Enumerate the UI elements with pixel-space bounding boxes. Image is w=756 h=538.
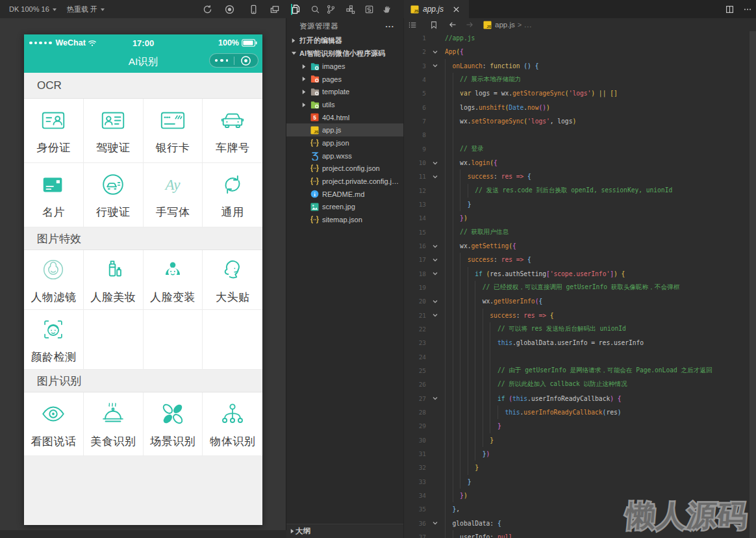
code-token: App bbox=[445, 48, 456, 55]
split-editor-icon[interactable] bbox=[725, 5, 734, 14]
editor-scrollbar[interactable] bbox=[750, 31, 756, 538]
top-toolbar: DK 100% 16 热重载 开 JS app.js bbox=[0, 0, 756, 18]
file-item-404-html[interactable]: 5404.html bbox=[286, 111, 403, 124]
code-area[interactable]: 1//app.js2App({3 onLaunch: function () {… bbox=[404, 31, 756, 538]
line-number: 16 bbox=[404, 242, 426, 250]
grid-cell-agedetect[interactable]: 颜龄检测 bbox=[24, 310, 84, 370]
code-token: ) bbox=[572, 118, 576, 125]
file-item-app-js[interactable]: JSapp.js bbox=[286, 123, 403, 136]
code-token bbox=[445, 256, 468, 263]
folder-item-pages[interactable]: pages bbox=[286, 73, 403, 86]
close-icon[interactable] bbox=[453, 6, 460, 13]
fold-chevron-down-icon[interactable] bbox=[430, 59, 440, 73]
extensions-icon[interactable] bbox=[342, 0, 359, 18]
code-token: ) bbox=[618, 409, 622, 416]
fold-chevron-down-icon[interactable] bbox=[430, 239, 440, 253]
grid-cell-driverlicense[interactable]: 驾驶证 bbox=[84, 99, 144, 163]
grid-cell-general[interactable]: 通用 bbox=[203, 163, 262, 227]
grid-cell-portraitfilter[interactable]: 人物滤镜 bbox=[24, 250, 84, 310]
arrow-left-icon[interactable] bbox=[448, 21, 457, 29]
fold-chevron-down-icon[interactable] bbox=[430, 156, 440, 170]
scenedetect-icon bbox=[159, 400, 186, 428]
file-item-app-wxss[interactable]: app.wxss bbox=[286, 149, 403, 162]
folder-item-utils[interactable]: utils bbox=[286, 98, 403, 111]
fold-chevron-down-icon[interactable] bbox=[430, 309, 440, 322]
code-token: wx. bbox=[445, 298, 494, 305]
hand-icon[interactable] bbox=[379, 0, 396, 18]
root-folder[interactable]: AI智能识别微信小程序源码 bbox=[286, 47, 403, 60]
chevron-down-icon bbox=[53, 8, 57, 11]
exit-target-icon[interactable] bbox=[234, 55, 258, 66]
file-item-project-config-json[interactable]: project.config.json bbox=[286, 162, 403, 175]
grid-cell-fooddetect[interactable]: 美食识别 bbox=[84, 392, 144, 456]
grid-cell-carplate[interactable]: 车牌号 bbox=[203, 99, 262, 163]
fold-chevron-down-icon[interactable] bbox=[430, 170, 440, 183]
grid-cell-bankcard[interactable]: 银行卡 bbox=[144, 99, 203, 163]
code-line: 24 bbox=[404, 350, 756, 364]
section-header: 图片识别 bbox=[24, 370, 262, 392]
grid-cell-businesscard[interactable]: 名片 bbox=[24, 163, 84, 227]
battery-icon bbox=[242, 39, 257, 47]
device-zoom-selector[interactable]: DK 100% 16 bbox=[9, 0, 57, 18]
code-token: success bbox=[468, 173, 494, 180]
list-icon[interactable] bbox=[408, 21, 417, 29]
file-item-project-private-config-js-[interactable]: project.private.config.js... bbox=[286, 175, 403, 188]
grid-cell-eyetalk[interactable]: 看图说话 bbox=[24, 392, 84, 456]
refresh-icon[interactable] bbox=[199, 0, 215, 18]
record-icon[interactable] bbox=[221, 0, 237, 18]
code-token bbox=[445, 437, 490, 444]
grid-cell-vehiclelicense[interactable]: 行驶证 bbox=[84, 163, 144, 227]
capsule-menu[interactable] bbox=[209, 53, 258, 68]
fold-chevron-down-icon[interactable] bbox=[430, 392, 440, 405]
breadcrumb-file[interactable]: app.js bbox=[495, 21, 515, 29]
files-icon[interactable] bbox=[288, 0, 305, 18]
code-token: : bbox=[494, 256, 501, 263]
fold-chevron-down-icon[interactable] bbox=[430, 267, 440, 281]
open-editors-section[interactable]: 打开的编辑器 bbox=[286, 34, 403, 47]
grid-cell-facecostume[interactable]: 人脸变装 bbox=[144, 250, 203, 310]
grid-cell-label: 看图说话 bbox=[31, 434, 76, 449]
fold-chevron-down-icon[interactable] bbox=[430, 516, 440, 530]
s-box-icon[interactable] bbox=[360, 0, 377, 18]
folder-item-template[interactable]: template bbox=[286, 86, 403, 99]
code-token: { bbox=[535, 62, 539, 70]
phone-icon[interactable] bbox=[246, 0, 261, 18]
code-token: if bbox=[498, 395, 505, 402]
section-header: 图片特效 bbox=[24, 227, 262, 250]
fold-chevron-down-icon[interactable] bbox=[430, 294, 440, 308]
grid-cell-facemakeup[interactable]: 人脸美妆 bbox=[84, 250, 144, 310]
code-token: , logs bbox=[550, 118, 573, 125]
ellipsis-icon[interactable] bbox=[743, 5, 752, 14]
more-dots-icon[interactable] bbox=[210, 59, 234, 62]
grid-cell-objectdetect[interactable]: 物体识别 bbox=[203, 392, 262, 456]
arrow-right-icon[interactable] bbox=[465, 21, 474, 29]
search-icon[interactable] bbox=[307, 0, 323, 18]
windows-icon[interactable] bbox=[267, 0, 283, 18]
grid-cell-idcard[interactable]: 身份证 bbox=[24, 99, 84, 163]
code-token: getStorageSync bbox=[512, 90, 565, 97]
folder-item-images[interactable]: images bbox=[286, 60, 403, 73]
grid-cell-bigheadsticker[interactable]: 大头贴 bbox=[203, 250, 262, 310]
code-token: || bbox=[599, 90, 607, 97]
fold-chevron-down-icon[interactable] bbox=[430, 45, 440, 58]
watermark: 懒人源码 懒人源码 bbox=[624, 496, 750, 535]
file-item-app-json[interactable]: app.json bbox=[286, 136, 403, 149]
code-token: res bbox=[523, 312, 535, 319]
fold-chevron-down-icon[interactable] bbox=[430, 253, 440, 266]
code-token: 'scope.userInfo' bbox=[550, 270, 610, 277]
grid-cell-scenedetect[interactable]: 场景识别 bbox=[144, 392, 203, 456]
hot-reload-selector[interactable]: 热重载 开 bbox=[67, 0, 105, 18]
bookmark-icon[interactable] bbox=[430, 21, 438, 29]
git-branch-icon[interactable] bbox=[322, 0, 339, 18]
grid-cell-handwriting[interactable]: Ay手写体 bbox=[144, 163, 203, 227]
breadcrumb-more[interactable]: ... bbox=[524, 21, 532, 29]
file-item-screen-jpg[interactable]: screen.jpg bbox=[286, 200, 403, 213]
file-item-sitemap-json[interactable]: sitemap.json bbox=[286, 213, 403, 226]
code-line: 28 this.userInfoReadyCallback(res) bbox=[404, 405, 756, 419]
file-item-readme-md[interactable]: iREADME.md bbox=[286, 188, 403, 201]
explorer-more-button[interactable]: ... bbox=[385, 19, 394, 29]
code-token: getSetting bbox=[471, 242, 509, 250]
outline-section[interactable]: 大纲 bbox=[286, 524, 403, 538]
code-token: { bbox=[527, 173, 531, 180]
tab-app-js[interactable]: JS app.js bbox=[404, 0, 469, 18]
